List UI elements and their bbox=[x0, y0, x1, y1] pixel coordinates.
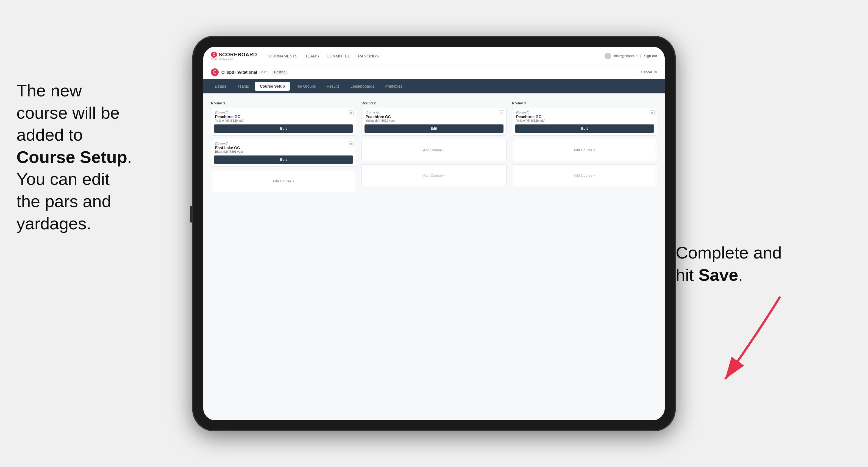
app-content: C SCOREBOARD Powered by clippd TOURNAMEN… bbox=[203, 47, 665, 420]
round2-course-a-label: (Course A) bbox=[366, 111, 502, 114]
round1-course-a-name: Peachtree GC bbox=[215, 115, 352, 119]
round2-add-course-disabled: Add Course + bbox=[362, 164, 506, 186]
round2-add-course-disabled-text: Add Course + bbox=[423, 173, 445, 178]
nav-committee[interactable]: COMMITTEE bbox=[327, 54, 350, 58]
round1-course-b-name: East Lake GC bbox=[215, 146, 352, 150]
round3-add-course-disabled-text: Add Course + bbox=[574, 173, 595, 178]
nav-links: TOURNAMENTS TEAMS COMMITTEE RANKINGS bbox=[267, 54, 604, 58]
round2-course-a-details: Yellow (M) (6629 yds) bbox=[366, 119, 502, 122]
tab-results[interactable]: Results bbox=[322, 82, 344, 91]
tablet-device: C SCOREBOARD Powered by clippd TOURNAMEN… bbox=[192, 36, 676, 431]
round3-add-course-disabled: Add Course + bbox=[512, 164, 657, 186]
annotation-right-text: Complete andhit Save. bbox=[676, 243, 782, 284]
round1-course-b-header: (Course B) East Lake GC Black (M) (6891 … bbox=[211, 139, 356, 155]
round-1-column: Round 1 (Course A) Peachtree GC Yellow (… bbox=[211, 101, 356, 195]
tournament-gender: (Men) bbox=[259, 70, 269, 74]
round1-course-b-edit[interactable]: Edit bbox=[214, 155, 353, 164]
round2-add-course-active-text: Add Course + bbox=[423, 148, 445, 152]
round1-course-a-card: (Course A) Peachtree GC Yellow (M) (6629… bbox=[211, 108, 356, 136]
tournament-name: Clippd Invitational bbox=[221, 70, 257, 74]
round1-course-a-header: (Course A) Peachtree GC Yellow (M) (6629… bbox=[211, 108, 356, 124]
tab-course-setup[interactable]: Course Setup bbox=[255, 82, 290, 91]
round3-course-a-label: (Course A) bbox=[516, 111, 653, 114]
round2-course-a-header: (Course A) Peachtree GC Yellow (M) (6629… bbox=[362, 108, 506, 124]
main-content: Round 1 (Course A) Peachtree GC Yellow (… bbox=[203, 93, 665, 420]
round1-course-b-card: (Course B) East Lake GC Black (M) (6891 … bbox=[211, 139, 356, 167]
round-2-label: Round 2 bbox=[362, 101, 506, 105]
round-3-column: Round 3 (Course A) Peachtree GC Yellow (… bbox=[512, 101, 657, 195]
tournament-logo: C bbox=[211, 68, 219, 76]
round1-course-a-edit[interactable]: Edit bbox=[214, 124, 353, 133]
scoreboard-logo: C SCOREBOARD Powered by clippd bbox=[211, 52, 257, 60]
round3-course-a-edit[interactable]: Edit bbox=[515, 124, 654, 133]
round1-add-course-text: Add Course + bbox=[273, 179, 294, 183]
round2-course-a-edit[interactable]: Edit bbox=[365, 124, 503, 133]
round-2-column: Round 2 (Course A) Peachtree GC Yellow (… bbox=[362, 101, 506, 195]
nav-teams[interactable]: TEAMS bbox=[305, 54, 319, 58]
cancel-button[interactable]: Cancel ✕ bbox=[641, 70, 657, 74]
tab-leaderboards[interactable]: Leaderboards bbox=[346, 82, 379, 91]
tournament-bar: C Clippd Invitational (Men) Hosting Canc… bbox=[203, 65, 665, 79]
round-1-label: Round 1 bbox=[211, 101, 356, 105]
round1-course-b-delete[interactable]: ✕ bbox=[348, 142, 353, 147]
annotation-left-text: The newcourse will beadded toCourse Setu… bbox=[17, 81, 132, 233]
logo-subtitle: Powered by clippd bbox=[211, 58, 257, 60]
round2-course-a-card: (Course A) Peachtree GC Yellow (M) (6629… bbox=[362, 108, 506, 136]
tab-details[interactable]: Details bbox=[210, 82, 231, 91]
annotation-left: The newcourse will beadded toCourse Setu… bbox=[17, 80, 187, 235]
round1-add-course[interactable]: Add Course + bbox=[211, 170, 356, 192]
nav-separator: | bbox=[640, 54, 641, 58]
logo-title: SCOREBOARD bbox=[219, 52, 257, 57]
round2-course-a-delete[interactable]: ✕ bbox=[499, 111, 504, 115]
tab-bar: Details Teams Course Setup Tee Groups Re… bbox=[203, 79, 665, 93]
round3-course-a-name: Peachtree GC bbox=[516, 115, 653, 119]
tab-teams[interactable]: Teams bbox=[232, 82, 254, 91]
avatar bbox=[604, 53, 611, 59]
round3-course-a-card: (Course A) Peachtree GC Yellow (M) (6629… bbox=[512, 108, 657, 136]
round3-add-course-active-text: Add Course + bbox=[574, 148, 595, 152]
hosting-badge: Hosting bbox=[272, 70, 288, 75]
tab-printables[interactable]: Printables bbox=[380, 82, 407, 91]
round1-course-a-delete[interactable]: ✕ bbox=[348, 111, 353, 115]
round3-course-a-details: Yellow (M) (6629 yds) bbox=[516, 119, 653, 122]
round3-add-course-active[interactable]: Add Course + bbox=[512, 139, 657, 161]
round3-course-a-header: (Course A) Peachtree GC Yellow (M) (6629… bbox=[512, 108, 657, 124]
side-button bbox=[190, 206, 192, 222]
nav-right: blair@clippd.io | Sign out bbox=[604, 53, 657, 59]
nav-tournaments[interactable]: TOURNAMENTS bbox=[267, 54, 298, 58]
annotation-right: Complete andhit Save. bbox=[676, 242, 813, 286]
round2-add-course-active[interactable]: Add Course + bbox=[362, 139, 506, 161]
round3-course-a-delete[interactable]: ✕ bbox=[650, 111, 655, 115]
sign-out-link[interactable]: Sign out bbox=[644, 54, 657, 58]
round1-course-a-label: (Course A) bbox=[215, 111, 352, 114]
nav-rankings[interactable]: RANKINGS bbox=[358, 54, 379, 58]
tab-tee-groups[interactable]: Tee Groups bbox=[291, 82, 320, 91]
round2-course-a-name: Peachtree GC bbox=[366, 115, 502, 119]
round-3-label: Round 3 bbox=[512, 101, 657, 105]
round1-course-b-label: (Course B) bbox=[215, 142, 352, 145]
logo-icon: C bbox=[211, 52, 217, 58]
round1-course-b-details: Black (M) (6891 yds) bbox=[215, 150, 352, 153]
rounds-grid: Round 1 (Course A) Peachtree GC Yellow (… bbox=[211, 101, 657, 195]
top-nav: C SCOREBOARD Powered by clippd TOURNAMEN… bbox=[203, 47, 665, 65]
cancel-x-icon: ✕ bbox=[654, 70, 657, 74]
user-email: blair@clippd.io bbox=[614, 54, 637, 58]
arrow-right bbox=[703, 291, 791, 387]
round1-course-a-details: Yellow (M) (6629 yds) bbox=[215, 119, 352, 122]
tablet-screen: C SCOREBOARD Powered by clippd TOURNAMEN… bbox=[203, 47, 665, 420]
